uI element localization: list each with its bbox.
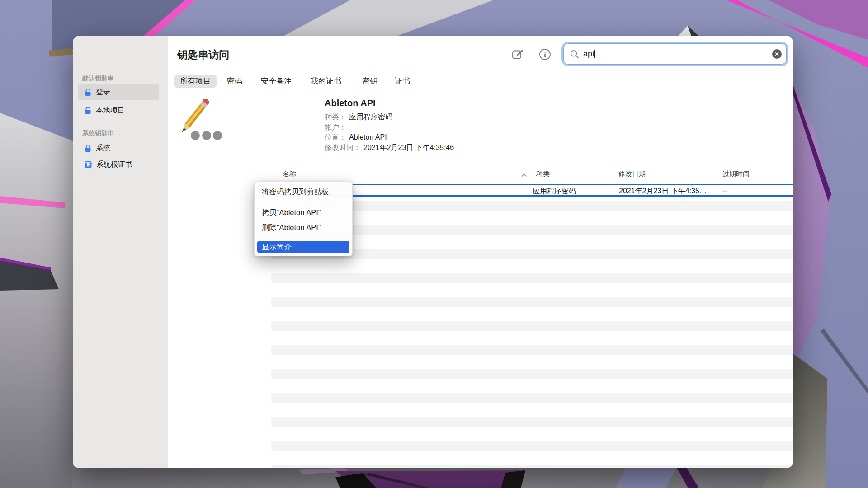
tab-keys[interactable]: 密钥 xyxy=(356,75,383,88)
column-header-modified[interactable]: 修改日期 xyxy=(618,170,646,178)
column-header-expires[interactable]: 过期时间 xyxy=(722,170,750,178)
tab-my-certificates[interactable]: 我的证书 xyxy=(305,75,347,88)
sidebar-item-local-items[interactable]: 本地项目 xyxy=(78,102,159,118)
item-title: Ableton API xyxy=(325,98,376,108)
attr-where-label: 位置： xyxy=(325,133,346,141)
menu-item-copy-password[interactable]: 将密码拷贝到剪贴板 xyxy=(257,185,349,199)
clear-search-icon[interactable]: ✕ xyxy=(772,49,782,59)
menu-item-copy-item[interactable]: 拷贝“Ableton API” xyxy=(257,205,349,220)
column-header-kind[interactable]: 种类 xyxy=(536,170,550,178)
tab-all-items[interactable]: 所有项目 xyxy=(174,75,217,88)
column-divider[interactable] xyxy=(533,169,533,180)
category-tabbar: 所有项目 密码 安全备注 我的证书 密钥 证书 xyxy=(168,72,793,90)
menu-item-get-info[interactable]: 显示简介 xyxy=(257,241,349,253)
attr-where-value: Ableton API xyxy=(349,133,387,141)
item-detail-pane: Ableton API 种类：应用程序密码 帐户： 位置：Ableton API… xyxy=(168,90,793,166)
info-icon[interactable] xyxy=(539,48,551,61)
window-title: 钥匙串访问 xyxy=(177,48,229,62)
certificate-store-icon xyxy=(84,160,92,169)
sidebar-item-system[interactable]: 系统 xyxy=(78,140,159,156)
menu-separator xyxy=(259,238,348,238)
row-stripe xyxy=(271,369,793,379)
sidebar-item-system-roots[interactable]: 系统根证书 xyxy=(78,156,159,173)
menu-separator xyxy=(259,202,348,202)
keychain-access-window: 默认钥匙串 登录 本地项目 系统钥匙串 系统 xyxy=(73,36,793,468)
search-field[interactable]: api ✕ xyxy=(563,43,787,65)
tab-passwords[interactable]: 密码 xyxy=(221,75,248,88)
item-attributes: 种类：应用程序密码 帐户： 位置：Ableton API 修改时间：2021年2… xyxy=(325,112,454,153)
cell-modified: 2021年2月23日 下午4:35… xyxy=(619,187,707,196)
search-input-value[interactable]: api xyxy=(583,49,594,59)
sidebar-item-label: 系统 xyxy=(96,144,110,153)
menu-item-delete-item[interactable]: 删除“Ableton API” xyxy=(257,220,349,235)
attr-kind-value: 应用程序密码 xyxy=(349,113,392,121)
sidebar: 默认钥匙串 登录 本地项目 系统钥匙串 系统 xyxy=(73,36,168,468)
row-stripe xyxy=(271,321,793,331)
context-menu: 将密码拷贝到剪贴板 拷贝“Ableton API” 删除“Ableton API… xyxy=(254,182,353,256)
tab-secure-notes[interactable]: 安全备注 xyxy=(255,75,297,88)
column-divider[interactable] xyxy=(615,169,615,180)
tab-certificates[interactable]: 证书 xyxy=(389,75,416,88)
attr-account-label: 帐户： xyxy=(325,123,346,131)
cell-kind: 应用程序密码 xyxy=(533,187,576,196)
row-stripe xyxy=(271,417,793,427)
row-stripe xyxy=(271,297,793,307)
unlocked-padlock-icon xyxy=(84,106,92,114)
row-stripe xyxy=(271,393,793,403)
attr-modified-value: 2021年2月23日 下午4:35:46 xyxy=(363,144,454,151)
column-divider[interactable] xyxy=(719,169,719,180)
column-header-name[interactable]: 名称 xyxy=(283,170,296,178)
application-password-pencil-icon xyxy=(176,96,222,142)
sidebar-item-label: 系统根证书 xyxy=(96,160,132,169)
compose-icon[interactable] xyxy=(512,48,524,61)
toolbar: 钥匙串访问 api ✕ xyxy=(168,36,793,72)
row-stripe xyxy=(271,465,793,468)
cell-expires: -- xyxy=(722,187,727,195)
sidebar-item-login[interactable]: 登录 xyxy=(78,84,159,100)
sidebar-section-system-keychains: 系统钥匙串 xyxy=(82,129,114,137)
table-header: 名称 种类 修改日期 过期时间 钥匙串 xyxy=(271,166,793,182)
row-stripe xyxy=(271,441,793,451)
sidebar-item-label: 本地项目 xyxy=(96,106,125,115)
attr-modified-label: 修改时间： xyxy=(325,144,361,151)
sort-ascending-icon xyxy=(521,171,527,178)
sidebar-section-default-keychains: 默认钥匙串 xyxy=(82,75,114,83)
attr-kind-label: 种类： xyxy=(325,113,346,121)
locked-padlock-icon xyxy=(84,144,92,152)
row-stripe xyxy=(271,345,793,355)
row-stripe xyxy=(271,273,793,283)
sidebar-item-label: 登录 xyxy=(96,88,110,97)
unlocked-padlock-icon xyxy=(84,88,92,96)
search-icon xyxy=(570,50,579,59)
